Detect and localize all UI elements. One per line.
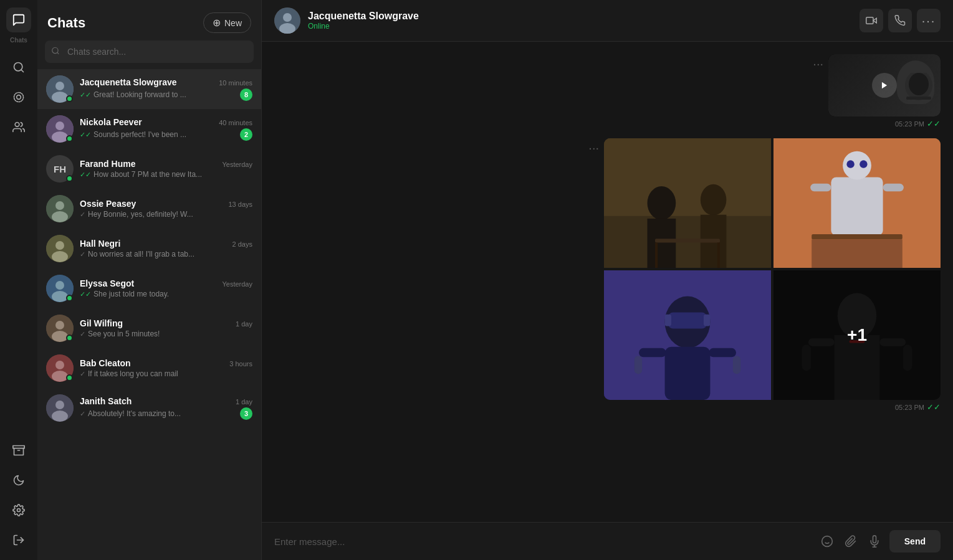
- read-check: ✓✓: [80, 171, 91, 179]
- svg-rect-52: [717, 242, 720, 268]
- svg-point-4: [15, 123, 19, 127]
- read-check: ✓: [80, 410, 85, 418]
- unread-badge: 8: [240, 88, 252, 101]
- more-options-button[interactable]: ···: [917, 9, 941, 32]
- svg-point-46: [648, 186, 676, 220]
- online-indicator: [66, 295, 73, 301]
- time-text: 05:23 PM: [895, 120, 924, 128]
- chat-info: Elyssa Segot Yesterday ✓✓ She just told …: [80, 278, 252, 298]
- search-box: [45, 40, 254, 63]
- attach-button[interactable]: [842, 533, 860, 550]
- list-item[interactable]: Nickola Peever 40 minutes ✓✓ Sounds perf…: [37, 109, 261, 149]
- svg-point-19: [52, 211, 68, 222]
- list-item[interactable]: FH Farand Hume Yesterday ✓✓ How about 7 …: [37, 149, 261, 189]
- play-button[interactable]: [872, 73, 897, 98]
- list-item[interactable]: Elyssa Segot Yesterday ✓✓ She just told …: [37, 268, 261, 308]
- chats-search-input[interactable]: [45, 40, 254, 63]
- list-item[interactable]: Hall Negri 2 days ✓ No worries at all! I…: [37, 229, 261, 268]
- chats-title: Chats: [47, 15, 85, 31]
- message-images: ···: [274, 138, 941, 412]
- svg-rect-68: [704, 315, 710, 326]
- svg-rect-66: [668, 313, 707, 329]
- message-read-icon: ✓✓: [927, 119, 941, 128]
- svg-rect-55: [831, 177, 883, 235]
- grid-image-3[interactable]: [604, 270, 771, 400]
- sidebar-item-night[interactable]: [6, 468, 31, 493]
- chat-name: Ossie Peasey: [80, 199, 136, 209]
- grid-image-2[interactable]: [773, 138, 941, 268]
- svg-rect-69: [665, 347, 711, 400]
- new-chat-button[interactable]: ⊕ New: [203, 12, 251, 33]
- chat-name: Janith Satch: [80, 396, 132, 406]
- svg-point-58: [860, 160, 867, 168]
- svg-point-22: [52, 251, 68, 262]
- chat-info: Gil Wilfing 1 day ✓ See you in 5 minutes…: [80, 318, 252, 338]
- svg-rect-60: [883, 184, 904, 191]
- avatar: [46, 75, 74, 103]
- avatar: [46, 315, 74, 342]
- sidebar-item-chats[interactable]: [6, 7, 31, 32]
- svg-rect-51: [655, 242, 658, 268]
- chat-time: 1 day: [236, 398, 252, 406]
- online-indicator: [66, 95, 73, 102]
- chat-info: Janith Satch 1 day ✓ Absolutely! It's am…: [80, 396, 252, 420]
- message-more-icon[interactable]: ···: [813, 54, 823, 71]
- sidebar-item-settings[interactable]: [6, 498, 31, 523]
- plus-icon: ⊕: [213, 17, 221, 29]
- chats-header: Chats ⊕ New: [37, 0, 261, 40]
- message-time: 05:23 PM ✓✓: [895, 119, 941, 128]
- chat-time: Yesterday: [222, 280, 252, 288]
- sidebar-item-search[interactable]: [6, 55, 31, 80]
- list-item[interactable]: Janith Satch 1 day ✓ Absolutely! It's am…: [37, 388, 261, 428]
- svg-rect-5: [13, 446, 24, 448]
- svg-point-41: [909, 73, 929, 95]
- chat-preview: ✓ See you in 5 minutes!: [80, 330, 160, 338]
- chat-preview: ✓ Absolutely! It's amazing to...: [80, 409, 181, 418]
- svg-point-82: [821, 536, 832, 547]
- svg-rect-39: [866, 17, 873, 24]
- time-text: 05:23 PM: [895, 404, 924, 411]
- avatar: [46, 235, 74, 262]
- svg-rect-59: [810, 184, 831, 191]
- voice-call-button[interactable]: [888, 9, 912, 32]
- list-item[interactable]: Ossie Peasey 13 days ✓ Hey Bonnie, yes, …: [37, 189, 261, 229]
- chat-info: Jacquenetta Slowgrave 10 minutes ✓✓ Grea…: [80, 77, 252, 101]
- chats-panel: Chats ⊕ New: [37, 0, 262, 560]
- grid-image-1[interactable]: [604, 138, 771, 268]
- chat-header: Jacquenetta Slowgrave Online ···: [262, 0, 953, 42]
- emoji-button[interactable]: [818, 533, 836, 550]
- message-more-icon[interactable]: ···: [588, 138, 599, 155]
- svg-point-9: [52, 47, 58, 53]
- grid-image-4[interactable]: +1: [773, 270, 941, 400]
- chat-name: Elyssa Segot: [80, 278, 134, 288]
- chat-time: Yesterday: [222, 161, 252, 168]
- chat-name: Nickola Peever: [80, 117, 142, 127]
- sidebar-item-contacts[interactable]: [6, 115, 31, 140]
- list-item[interactable]: Gil Wilfing 1 day ✓ See you in 5 minutes…: [37, 308, 261, 348]
- video-thumbnail[interactable]: [828, 54, 941, 116]
- video-call-button[interactable]: [860, 9, 883, 32]
- read-check: ✓✓: [80, 91, 91, 99]
- sidebar-chats-label: Chats: [10, 37, 27, 44]
- sidebar-item-logout[interactable]: [6, 528, 31, 553]
- search-icon: [51, 47, 60, 57]
- avatar: [46, 354, 74, 382]
- avatar: [46, 275, 74, 302]
- read-check: ✓: [80, 250, 85, 259]
- message-input[interactable]: [274, 536, 812, 547]
- svg-rect-61: [812, 234, 903, 239]
- list-item[interactable]: Bab Cleaton 3 hours ✓ If it takes long y…: [37, 348, 261, 388]
- sidebar-item-archive[interactable]: [6, 438, 31, 463]
- message-input-area: Send: [262, 522, 953, 560]
- chat-name: Jacquenetta Slowgrave: [80, 77, 177, 87]
- new-button-label: New: [224, 18, 242, 28]
- list-item[interactable]: Jacquenetta Slowgrave 10 minutes ✓✓ Grea…: [37, 69, 261, 109]
- unread-badge: 2: [240, 128, 252, 141]
- svg-point-15: [55, 121, 64, 130]
- mic-button[interactable]: [866, 533, 883, 550]
- avatar: [46, 195, 74, 222]
- send-button[interactable]: Send: [889, 530, 941, 553]
- sidebar-item-stories[interactable]: [6, 85, 31, 110]
- svg-point-31: [52, 371, 68, 382]
- chat-info: Ossie Peasey 13 days ✓ Hey Bonnie, yes, …: [80, 199, 252, 219]
